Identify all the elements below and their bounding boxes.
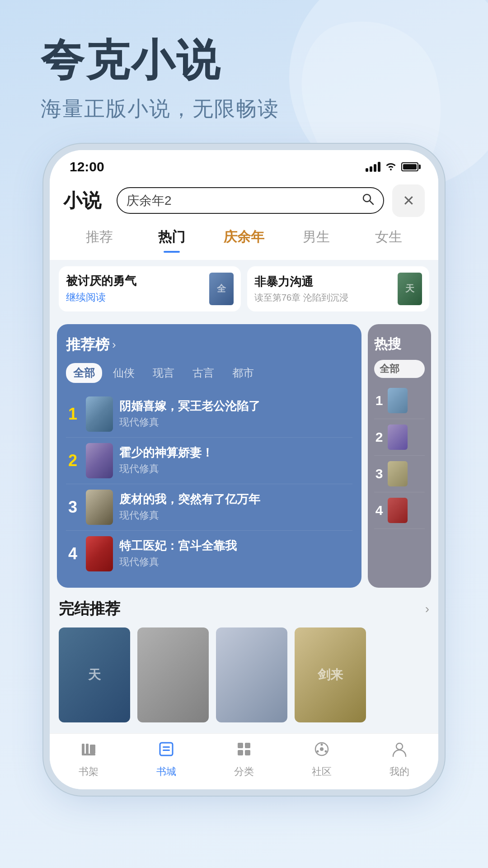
filter-all[interactable]: 全部 (66, 363, 102, 383)
recent-card-1[interactable]: 被讨厌的勇气 继续阅读 全 (59, 266, 241, 311)
hs-item-2[interactable]: 2 (374, 419, 425, 456)
book-item-1[interactable]: 1 阴婚喜嫁，冥王老公沦陷了 现代修真 (66, 391, 352, 438)
hs-cover-4 (388, 498, 408, 523)
tab-male[interactable]: 男生 (280, 223, 352, 251)
hs-cover-2 (388, 425, 408, 450)
svg-rect-4 (82, 754, 95, 755)
recommend-arrow[interactable]: › (112, 338, 116, 352)
rank-3: 3 (66, 498, 80, 517)
book-genre-2: 现代修真 (119, 462, 352, 476)
book-info-1: 阴婚喜嫁，冥王老公沦陷了 现代修真 (119, 399, 352, 429)
bookshelf-icon (80, 740, 98, 762)
close-button[interactable]: ✕ (392, 184, 425, 217)
svg-line-1 (370, 201, 374, 205)
svg-rect-2 (82, 744, 84, 755)
bottom-nav: 书架 书城 分类 社区 我的 (50, 733, 438, 789)
filter-guyan[interactable]: 古言 (185, 363, 221, 383)
main-content: 推荐榜 › 全部 仙侠 现言 古言 都市 1 阴婚喜嫁，冥王老公沦陷了 现代修真 (50, 318, 438, 588)
nav-community-label: 社区 (312, 765, 332, 778)
svg-rect-9 (238, 743, 243, 748)
profile-icon (390, 740, 408, 762)
completed-books: 天 剑来 (59, 627, 429, 726)
tab-recommend[interactable]: 推荐 (63, 223, 136, 251)
svg-rect-7 (163, 746, 170, 748)
nav-bookshelf[interactable]: 书架 (79, 740, 99, 778)
nav-category[interactable]: 分类 (234, 740, 254, 778)
search-icon[interactable] (361, 193, 374, 208)
svg-rect-3 (86, 744, 89, 755)
svg-rect-8 (163, 750, 170, 751)
recent-action-1: 继续阅读 (66, 291, 204, 304)
book-title-1: 阴婚喜嫁，冥王老公沦陷了 (119, 399, 352, 414)
phone-mockup: 12:00 小说 ✕ 推荐 热门 庆余年 男生 女生 (50, 150, 438, 789)
tab-hot[interactable]: 热门 (136, 223, 208, 251)
completed-cover-4: 剑来 (295, 627, 366, 722)
rank-2: 2 (66, 451, 80, 470)
recommend-panel: 推荐榜 › 全部 仙侠 现言 古言 都市 1 阴婚喜嫁，冥王老公沦陷了 现代修真 (57, 324, 361, 588)
filter-dushi[interactable]: 都市 (225, 363, 261, 383)
svg-point-18 (396, 743, 403, 750)
status-bar: 12:00 (50, 150, 438, 178)
top-branding: 夸克小说 海量正版小说，无限畅读 (0, 0, 488, 141)
svg-point-17 (317, 750, 319, 752)
book-cover-3 (86, 490, 113, 525)
recommend-header: 推荐榜 › (66, 335, 352, 355)
completed-book-2[interactable] (137, 627, 209, 726)
nav-bookshelf-label: 书架 (79, 765, 99, 778)
book-cover-4 (86, 536, 113, 571)
search-bar[interactable] (117, 187, 384, 214)
tab-special[interactable]: 庆余年 (208, 223, 280, 251)
search-input[interactable] (127, 193, 357, 208)
book-info-4: 特工医妃：宫斗全靠我 现代修真 (119, 538, 352, 569)
category-icon (235, 740, 253, 762)
rank-1: 1 (66, 405, 80, 424)
completed-title: 完结推荐 (59, 599, 120, 619)
recent-info-1: 被讨厌的勇气 继续阅读 (66, 273, 204, 304)
wifi-icon (385, 160, 397, 173)
recommend-filters: 全部 仙侠 现言 古言 都市 (66, 363, 352, 383)
recent-title-1: 被讨厌的勇气 (66, 273, 204, 289)
book-item-4[interactable]: 4 特工医妃：宫斗全靠我 现代修真 (66, 531, 352, 577)
recent-title-2: 非暴力沟通 (254, 274, 392, 290)
hs-item-1[interactable]: 1 (374, 382, 425, 419)
completed-book-3[interactable] (216, 627, 287, 726)
filter-xiandai[interactable]: 现言 (145, 363, 182, 383)
book-info-3: 废材的我，突然有了亿万年 现代修真 (119, 492, 352, 523)
app-logo: 小说 (63, 188, 108, 213)
book-genre-1: 现代修真 (119, 415, 352, 429)
rank-4: 4 (66, 544, 80, 563)
app-subtitle: 海量正版小说，无限畅读 (41, 95, 461, 123)
community-icon (313, 740, 331, 762)
svg-point-15 (321, 743, 323, 745)
filter-xianxia[interactable]: 仙侠 (106, 363, 142, 383)
book-item-2[interactable]: 2 霍少的神算娇妻！ 现代修真 (66, 438, 352, 484)
status-icons (366, 160, 418, 173)
hs-rank-3: 3 (374, 466, 384, 481)
tab-female[interactable]: 女生 (352, 223, 425, 251)
hs-rank-1: 1 (374, 393, 384, 408)
nav-community[interactable]: 社区 (312, 740, 332, 778)
nav-category-label: 分类 (234, 765, 254, 778)
nav-profile[interactable]: 我的 (389, 740, 409, 778)
book-title-3: 废材的我，突然有了亿万年 (119, 492, 352, 507)
completed-book-4[interactable]: 剑来 (295, 627, 366, 726)
hs-item-3[interactable]: 3 (374, 456, 425, 492)
nav-bookstore[interactable]: 书城 (156, 740, 176, 778)
hs-item-4[interactable]: 4 (374, 492, 425, 529)
battery-icon (401, 162, 418, 171)
svg-point-0 (363, 194, 371, 202)
status-time: 12:00 (70, 159, 104, 175)
nav-profile-label: 我的 (389, 765, 409, 778)
recent-card-2[interactable]: 非暴力沟通 读至第76章 沦陷到沉浸 天 (247, 266, 429, 311)
book-title-2: 霍少的神算娇妻！ (119, 445, 352, 461)
hs-filter-all[interactable]: 全部 (374, 360, 425, 378)
completed-cover-2 (137, 627, 209, 722)
book-item-3[interactable]: 3 废材的我，突然有了亿万年 现代修真 (66, 484, 352, 531)
completed-book-1[interactable]: 天 (59, 627, 130, 726)
svg-rect-5 (90, 745, 95, 754)
completed-arrow[interactable]: › (425, 602, 429, 616)
svg-rect-11 (238, 750, 243, 755)
hs-cover-1 (388, 388, 408, 413)
signal-icon (366, 162, 380, 172)
hotsearch-panel: 热搜 全部 1 2 3 4 (368, 324, 431, 588)
